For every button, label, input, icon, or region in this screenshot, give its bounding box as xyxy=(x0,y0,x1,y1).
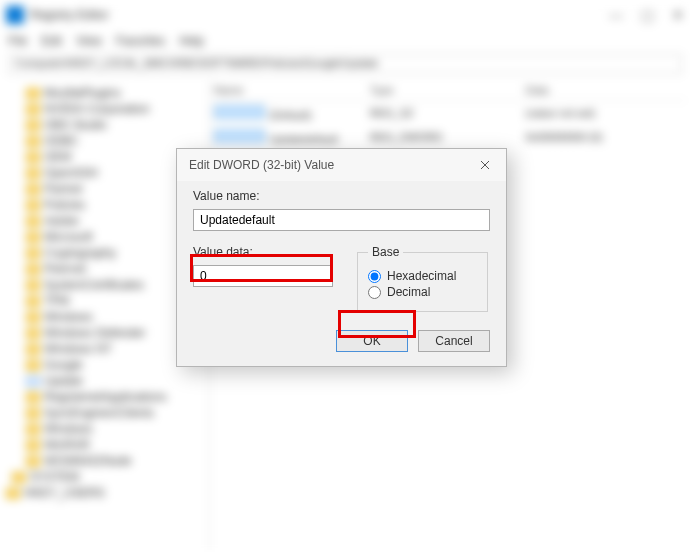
tree-item[interactable]: Microsoft xyxy=(44,230,93,244)
app-title: Registry Editor xyxy=(30,8,109,22)
address-bar[interactable]: Computer\HKEY_LOCAL_MACHINE\SOFTWARE\Pol… xyxy=(8,54,682,74)
tree-item[interactable]: Google xyxy=(44,358,83,372)
table-row[interactable]: Updatedefault REG_DWORD 0x00000000 (0) xyxy=(214,125,686,149)
dialog-title: Edit DWORD (32-bit) Value xyxy=(189,158,334,172)
tree-item[interactable]: Adobe xyxy=(44,214,79,228)
tree-item[interactable]: HKEY_USERS xyxy=(24,486,105,500)
tree-item[interactable]: WOW6432Node xyxy=(44,454,131,468)
titlebar: Registry Editor — ▢ ✕ xyxy=(0,0,690,30)
radio-hex-input[interactable] xyxy=(368,270,381,283)
string-value-icon xyxy=(214,105,265,119)
close-icon[interactable] xyxy=(474,154,496,176)
window-max-icon[interactable]: ▢ xyxy=(641,7,654,23)
window-close-icon[interactable]: ✕ xyxy=(672,7,684,23)
radio-dec-input[interactable] xyxy=(368,286,381,299)
value-data-label: Value data: xyxy=(193,245,333,259)
radio-hex[interactable]: Hexadecimal xyxy=(368,269,477,283)
base-fieldset: Base Hexadecimal Decimal xyxy=(357,245,488,312)
menu-view[interactable]: View xyxy=(76,34,102,48)
cancel-button[interactable]: Cancel xyxy=(418,330,490,352)
list-header[interactable]: Name Type Data xyxy=(214,84,686,101)
tree-item[interactable]: RegisteredApplications xyxy=(44,390,167,404)
ok-button[interactable]: OK xyxy=(336,330,408,352)
menubar[interactable]: File Edit View Favorites Help xyxy=(0,30,690,52)
radio-dec[interactable]: Decimal xyxy=(368,285,477,299)
tree-item[interactable]: Windows NT xyxy=(44,342,112,356)
menu-file[interactable]: File xyxy=(8,34,27,48)
app-icon xyxy=(6,6,24,24)
tree-item[interactable]: Windows xyxy=(44,310,93,324)
col-type[interactable]: Type xyxy=(370,84,526,96)
table-row[interactable]: (Default) REG_SZ (value not set) xyxy=(214,101,686,125)
value-name-input[interactable] xyxy=(193,209,490,231)
edit-dword-dialog: Edit DWORD (32-bit) Value Value name: Va… xyxy=(176,148,507,367)
dialog-titlebar: Edit DWORD (32-bit) Value xyxy=(177,149,506,181)
tree-item[interactable]: NVIDIA Corporation xyxy=(44,102,149,116)
tree-item[interactable]: MozillaPlugins xyxy=(44,86,121,100)
value-data-input[interactable] xyxy=(193,265,333,287)
tree-item[interactable]: ODBC xyxy=(44,134,79,148)
tree-item[interactable]: SystemCertificates xyxy=(44,278,144,292)
tree-item[interactable]: OpenSSH xyxy=(44,166,98,180)
menu-edit[interactable]: Edit xyxy=(41,34,62,48)
menu-favorites[interactable]: Favorites xyxy=(116,34,165,48)
menu-help[interactable]: Help xyxy=(179,34,204,48)
tree-item[interactable]: TPM xyxy=(44,294,69,308)
tree-item[interactable]: Peernet xyxy=(44,262,86,276)
tree-item[interactable]: OEM xyxy=(44,150,71,164)
value-name-label: Value name: xyxy=(193,189,490,203)
tree-item[interactable]: SYSTEM xyxy=(30,470,79,484)
dword-value-icon xyxy=(214,129,265,143)
tree-item-selected[interactable]: Update xyxy=(44,374,83,388)
tree-item[interactable]: WinRAR xyxy=(44,438,90,452)
tree-item[interactable]: Partner xyxy=(44,182,83,196)
tree-item[interactable]: SyncEngines\Clients xyxy=(44,406,154,420)
base-legend: Base xyxy=(368,245,403,259)
tree-item[interactable]: Windows Defender xyxy=(44,326,145,340)
tree-item[interactable]: OBS Studio xyxy=(44,118,107,132)
window-min-icon[interactable]: — xyxy=(609,7,623,23)
tree-item[interactable]: Windows xyxy=(44,422,93,436)
col-name[interactable]: Name xyxy=(214,84,370,96)
tree-item[interactable]: Cryptography xyxy=(44,246,116,260)
tree-item[interactable]: Policies xyxy=(44,198,85,212)
col-data[interactable]: Data xyxy=(526,84,682,96)
